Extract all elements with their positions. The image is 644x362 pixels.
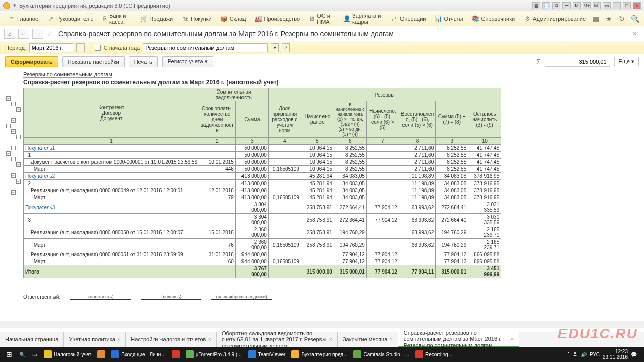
- table-row[interactable]: Март60944 000,000,1650510977 904,1277 90…: [24, 258, 501, 265]
- tree-toggle[interactable]: −: [11, 157, 16, 161]
- table-row[interactable]: Документ расчетов с контрагентом 0000-00…: [24, 159, 501, 166]
- menu-item[interactable]: 📦Склад: [217, 13, 250, 24]
- since-start-checkbox[interactable]: [95, 45, 101, 51]
- menu-item[interactable]: 🛍Покупки: [178, 13, 215, 24]
- tab-close-icon[interactable]: ×: [117, 336, 120, 342]
- tray-network-icon[interactable]: 🖧: [573, 352, 578, 357]
- table-row[interactable]: 2413 000,0045 281,9434 083,0511 198,8934…: [24, 180, 501, 187]
- star-icon[interactable]: ★: [604, 14, 614, 24]
- taskbar-app[interactable]: [94, 347, 108, 361]
- report-type-select[interactable]: [143, 43, 268, 52]
- tray-chevron-icon[interactable]: ˄: [567, 352, 570, 357]
- menu-item[interactable]: 📊Отчеты: [431, 13, 467, 24]
- window-tab[interactable]: Настройки налогов и отчетов×: [126, 332, 217, 347]
- menu-item[interactable]: ₽Банк и касса: [98, 11, 135, 27]
- tree-toggle[interactable]: −: [11, 173, 16, 178]
- menu-item[interactable]: ↗Руководителю: [43, 13, 97, 24]
- notifications-icon[interactable]: 💬: [631, 352, 637, 357]
- tree-toggle[interactable]: −: [16, 162, 21, 167]
- more-button[interactable]: Еще ▾: [614, 57, 639, 66]
- menu-item[interactable]: ⚙Администрирование: [520, 13, 590, 24]
- period-input[interactable]: [29, 43, 73, 52]
- apps-icon[interactable]: ▦: [591, 14, 601, 24]
- taskview-button[interactable]: ▭: [29, 347, 40, 361]
- tree-toggle[interactable]: −: [6, 124, 11, 128]
- select-open-button[interactable]: ↗: [282, 43, 290, 52]
- tree-toggle[interactable]: −: [6, 151, 11, 156]
- taskbar-app[interactable]: µTorrentPro 3.4.9 (...: [183, 347, 245, 361]
- menu-item[interactable]: 🖥ОС и НМА: [305, 11, 338, 27]
- tray-volume-icon[interactable]: 🔊: [581, 352, 587, 357]
- print-button[interactable]: Печать: [129, 56, 158, 67]
- minimize-button[interactable]: —: [613, 2, 621, 9]
- tree-toggle[interactable]: −: [6, 96, 11, 101]
- generate-button[interactable]: Сформировать: [5, 56, 58, 67]
- favorite-icon[interactable]: ☆: [46, 29, 53, 38]
- table-row[interactable]: Покупатель33 304 000,00258 753,91272 664…: [24, 201, 501, 214]
- window-tab[interactable]: Начальная страница: [0, 332, 64, 347]
- tree-toggle[interactable]: −: [11, 146, 16, 150]
- tab-close-icon[interactable]: ×: [510, 336, 513, 342]
- toolbar-icon[interactable]: ⧉: [552, 2, 560, 9]
- window-tab[interactable]: Учетная политика×: [64, 332, 126, 347]
- menu-item[interactable]: 📚Справочники: [468, 13, 519, 24]
- tree-toggle[interactable]: −: [11, 118, 16, 123]
- maximize-button[interactable]: □: [623, 2, 631, 9]
- close-button[interactable]: ×: [633, 2, 641, 9]
- taskbar-app[interactable]: Camtasia Studio - ...: [350, 347, 412, 361]
- tree-toggle[interactable]: −: [16, 107, 21, 112]
- menu-item[interactable]: ⇄Операции: [387, 13, 430, 24]
- sum-input[interactable]: [545, 57, 610, 67]
- taskbar-app[interactable]: [169, 347, 183, 361]
- taskbar-app[interactable]: Входящие - Личн...: [108, 347, 169, 361]
- table-row[interactable]: Реализация (акт, накладная) 0000-000050 …: [24, 226, 501, 239]
- toolbar-icon[interactable]: M-: [593, 2, 601, 9]
- menu-item[interactable]: 👤Зарплата и кадры: [339, 11, 386, 27]
- taskbar-app[interactable]: Recording...: [412, 347, 455, 361]
- tree-toggle[interactable]: −: [16, 135, 21, 139]
- menu-item[interactable]: 🏭Производство: [251, 13, 304, 24]
- table-row[interactable]: 150 000,0010 964,158 252,552 711,608 252…: [24, 152, 501, 159]
- settings-button[interactable]: Показать настройки: [62, 56, 125, 67]
- forward-button[interactable]: →: [32, 29, 43, 39]
- table-row[interactable]: Март762 360 000,000,16505109258 753,9119…: [24, 239, 501, 251]
- select-dropdown-button[interactable]: ▾: [271, 43, 279, 52]
- table-row[interactable]: 33 304 000,00258 753,91272 664,4177 904,…: [24, 214, 501, 226]
- search-icon[interactable]: 🔍: [630, 14, 640, 24]
- menu-item[interactable]: ≡Главное: [4, 13, 42, 24]
- tab-close-icon[interactable]: ×: [389, 336, 392, 342]
- register-button[interactable]: Регистр учета ▾: [162, 56, 213, 67]
- toolbar-icon[interactable]: M+: [583, 2, 591, 9]
- menu-item[interactable]: 🛒Продажи: [136, 13, 177, 24]
- tab-close-icon[interactable]: ×: [208, 336, 211, 342]
- app-menu-dropdown[interactable]: ▾: [13, 2, 16, 9]
- table-row[interactable]: Март44650 000,000,1650510910 964,158 252…: [24, 166, 501, 173]
- tab-close-icon[interactable]: ×: [329, 336, 332, 342]
- page-close-button[interactable]: ×: [630, 30, 640, 38]
- back-button[interactable]: ←: [18, 29, 29, 39]
- toolbar-icon[interactable]: ▭: [603, 2, 611, 9]
- horizontal-scrollbar[interactable]: [0, 321, 644, 328]
- start-button[interactable]: ⊞: [3, 347, 15, 361]
- toolbar-icon[interactable]: M: [573, 2, 581, 9]
- tree-toggle[interactable]: −: [11, 102, 16, 106]
- history-icon[interactable]: ↻: [617, 14, 627, 24]
- period-picker-button[interactable]: ...: [76, 43, 85, 52]
- toolbar-icon[interactable]: ▦: [532, 2, 540, 9]
- table-row[interactable]: Покупатель150 000,0010 964,158 252,552 7…: [24, 145, 501, 152]
- toolbar-icon[interactable]: ☰: [562, 2, 571, 9]
- table-row[interactable]: Покупатель2413 000,0045 281,9434 083,051…: [24, 173, 501, 180]
- table-row[interactable]: Март79413 000,000,1650510945 281,9434 08…: [24, 194, 501, 201]
- taskbar-app[interactable]: TeamViewer: [245, 347, 289, 361]
- taskbar-app[interactable]: Налоговый учет: [41, 347, 94, 361]
- window-tab[interactable]: Оборотно-сальдовая ведомость по счету 62…: [217, 332, 338, 347]
- tree-toggle[interactable]: −: [11, 129, 16, 134]
- taskbar-app[interactable]: Бухгалтерия пред...: [288, 347, 350, 361]
- tree-toggle[interactable]: −: [16, 179, 21, 184]
- toolbar-icon[interactable]: 📄: [542, 2, 550, 9]
- table-row[interactable]: Реализация (акт, накладная) 0000-000049 …: [24, 187, 501, 194]
- tray-lang[interactable]: РУС: [590, 352, 600, 357]
- window-tab[interactable]: Справка-расчет резервов по сомнительным …: [398, 332, 519, 347]
- table-row[interactable]: Реализация (акт, накладная) 0000-000051 …: [24, 251, 501, 258]
- home-button[interactable]: ⌂: [4, 29, 15, 39]
